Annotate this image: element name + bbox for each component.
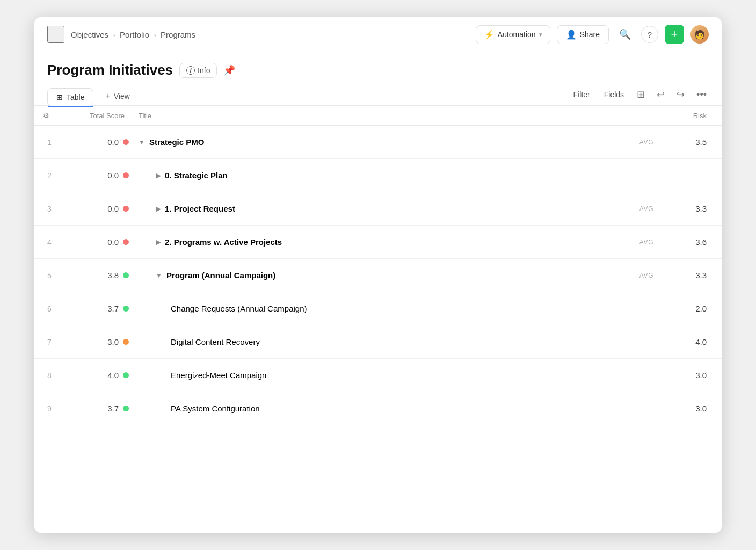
plus-icon: + [105, 91, 110, 101]
row-number: 3 [34, 205, 64, 213]
chevron-down-icon: ▾ [539, 31, 542, 38]
add-view-button[interactable]: + View [98, 87, 137, 105]
row-avg: AVG [625, 205, 668, 213]
row-title[interactable]: ▼ Program (Annual Campaign) [134, 271, 625, 280]
row-title-text: PA System Configuration [171, 404, 260, 413]
row-title[interactable]: PA System Configuration [134, 404, 625, 413]
group-icon-button[interactable]: ⊞ [635, 88, 647, 102]
row-risk: 3.5 [668, 138, 722, 147]
automation-button[interactable]: ⚡ Automation ▾ [476, 25, 550, 44]
row-title[interactable]: ▼ Strategic PMO [134, 138, 625, 147]
row-title[interactable]: Digital Content Recovery [134, 337, 625, 346]
expand-icon[interactable]: ▼ [139, 139, 145, 146]
row-score: 0.0 [64, 171, 134, 180]
info-icon: i [186, 66, 195, 75]
orange-dot [123, 339, 129, 345]
table-row[interactable]: 9 3.7 PA System Configuration 3.0 [34, 392, 722, 425]
more-options-button[interactable]: ••• [694, 88, 709, 102]
red-dot [123, 139, 129, 145]
row-number: 8 [34, 371, 64, 380]
row-risk: 3.3 [668, 204, 722, 213]
row-risk: 3.0 [668, 371, 722, 380]
pin-button[interactable]: 📌 [223, 64, 235, 76]
table-body: 1 0.0 ▼ Strategic PMO AVG 3.5 2 0.0 ▶ 0.… [34, 126, 722, 425]
row-title[interactable]: ▶ 1. Project Request [134, 204, 625, 213]
row-number: 1 [34, 138, 64, 147]
help-button[interactable]: ? [641, 26, 658, 43]
row-score: 3.8 [64, 271, 134, 280]
table-row[interactable]: 6 3.7 Change Requests (Annual Campaign) … [34, 292, 722, 325]
row-title-text: 0. Strategic Plan [165, 171, 228, 180]
row-title-text: Change Requests (Annual Campaign) [171, 304, 307, 313]
view-bar: ⊞ Table + View Filter Fields ⊞ ↩ ↪ ••• [34, 84, 722, 106]
row-title[interactable]: ▶ 0. Strategic Plan [134, 171, 625, 180]
row-score: 3.0 [64, 337, 134, 346]
row-risk: 3.3 [668, 271, 722, 280]
expand-icon[interactable]: ▼ [156, 272, 162, 279]
row-score: 0.0 [64, 237, 134, 247]
breadcrumb-programs[interactable]: Programs [161, 30, 195, 39]
title-header: Title [134, 112, 625, 120]
row-number: 6 [34, 305, 64, 313]
row-risk: 3.6 [668, 237, 722, 247]
share-button[interactable]: 👤 Share [557, 25, 609, 44]
title-row: Program Initiatives i Info 📌 [34, 52, 722, 84]
row-number: 4 [34, 238, 64, 247]
expand-icon[interactable]: ▶ [156, 172, 161, 179]
main-window: Objectives › Portfolio › Programs ⚡ Auto… [34, 17, 722, 533]
table-tab[interactable]: ⊞ Table [47, 88, 93, 106]
total-score-header: Total Score [64, 112, 134, 120]
row-avg: AVG [625, 238, 668, 246]
red-dot [123, 172, 129, 178]
row-number: 2 [34, 171, 64, 180]
table-row[interactable]: 4 0.0 ▶ 2. Programs w. Active Projects A… [34, 226, 722, 259]
green-dot [123, 372, 129, 378]
table-row[interactable]: 1 0.0 ▼ Strategic PMO AVG 3.5 [34, 126, 722, 159]
breadcrumb-objectives[interactable]: Objectives [71, 30, 108, 39]
redo-button[interactable]: ↪ [674, 88, 687, 102]
table-row[interactable]: 2 0.0 ▶ 0. Strategic Plan [34, 159, 722, 192]
page-title: Program Initiatives [47, 62, 173, 78]
info-button[interactable]: i Info [179, 63, 217, 78]
row-risk: 2.0 [668, 304, 722, 313]
row-score: 3.7 [64, 404, 134, 413]
row-score: 4.0 [64, 371, 134, 380]
table-row[interactable]: 3 0.0 ▶ 1. Project Request AVG 3.3 [34, 192, 722, 226]
share-icon: 👤 [566, 30, 577, 40]
avatar[interactable]: 🧑 [690, 25, 709, 44]
table-row[interactable]: 8 4.0 Energized-Meet Campaign 3.0 [34, 359, 722, 392]
add-button[interactable]: + [665, 25, 684, 44]
red-dot [123, 206, 129, 212]
row-avg: AVG [625, 272, 668, 279]
table-icon: ⊞ [56, 93, 63, 102]
undo-button[interactable]: ↩ [655, 88, 667, 102]
row-title-text: 1. Project Request [165, 204, 235, 213]
table-row[interactable]: 7 3.0 Digital Content Recovery 4.0 [34, 325, 722, 359]
row-avg: AVG [625, 139, 668, 146]
row-score: 0.0 [64, 204, 134, 213]
breadcrumb-portfolio[interactable]: Portfolio [120, 30, 149, 39]
row-title-text: Strategic PMO [149, 138, 205, 147]
row-title[interactable]: ▶ 2. Programs w. Active Projects [134, 237, 625, 247]
row-title[interactable]: Energized-Meet Campaign [134, 371, 625, 380]
toolbar-right: Filter Fields ⊞ ↩ ↪ ••• [570, 88, 709, 105]
row-title[interactable]: Change Requests (Annual Campaign) [134, 304, 625, 313]
row-number: 5 [34, 271, 64, 280]
fields-button[interactable]: Fields [601, 88, 627, 101]
row-risk: 4.0 [668, 337, 722, 346]
row-number: 7 [34, 338, 64, 346]
table-row[interactable]: 5 3.8 ▼ Program (Annual Campaign) AVG 3.… [34, 259, 722, 292]
filter-button[interactable]: Filter [570, 88, 593, 101]
expand-icon[interactable]: ▶ [156, 238, 161, 246]
row-title-text: Digital Content Recovery [171, 337, 260, 346]
gear-header[interactable]: ⚙ [34, 112, 64, 120]
menu-icon[interactable] [47, 26, 64, 43]
green-dot [123, 406, 129, 411]
green-dot [123, 272, 129, 278]
breadcrumb: Objectives › Portfolio › Programs [71, 30, 195, 39]
red-dot [123, 239, 129, 245]
search-button[interactable]: 🔍 [615, 25, 635, 44]
expand-icon[interactable]: ▶ [156, 205, 161, 213]
row-title-text: Program (Annual Campaign) [166, 271, 275, 280]
row-number: 9 [34, 404, 64, 413]
